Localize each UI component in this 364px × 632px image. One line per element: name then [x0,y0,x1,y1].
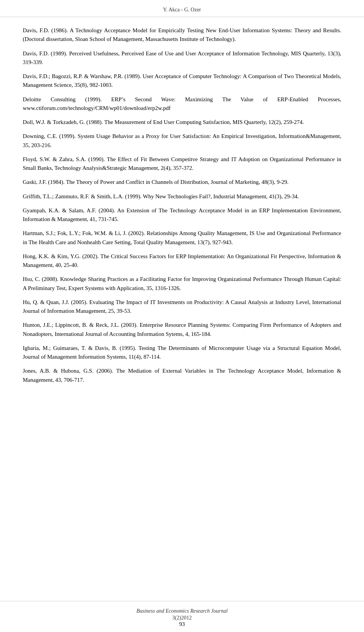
list-item: Downing, C.E. (1999). System Usage Behav… [23,132,341,150]
list-item: Hong, K.K. & Kim, Y.G. (2002). The Criti… [23,252,341,270]
list-item: Gyampah, K.A. & Salam, A.F. (2004). An E… [23,206,341,224]
list-item: Davis, F.D.; Bagozzi, R.P. & Warshaw, P.… [23,72,341,90]
footer-journal: Business and Economics Research Journal [0,608,364,614]
list-item: Deloitte Consulting (1999). ERP’s Second… [23,95,341,113]
page-header: Y. Akca - G. Ozer [0,0,364,17]
reference-text: Davis, F.D.; Bagozzi, R.P. & Warshaw, P.… [23,73,341,88]
reference-text: Downing, C.E. (1999). System Usage Behav… [23,133,341,148]
list-item: Hartman, S.J.; Fok, L.Y.; Fok, W.M. & Li… [23,229,341,247]
reference-text: Davis, F.D. (1986). A Technology Accepta… [23,27,341,42]
reference-text: Hong, K.K. & Kim, Y.G. (2002). The Criti… [23,253,341,268]
list-item: Floyd, S.W. & Zahra, S.A. (1990). The Ef… [23,155,341,173]
header-authors: Y. Akca - G. Ozer [163,7,201,13]
reference-text: Gaski, J.F. (1984). The Theory of Power … [23,179,289,185]
list-item: Griffith, T.L.; Zammuto, R.F. & Smith, L… [23,192,341,201]
list-item: Doll, W.J. & Torkzadeh, G. (1988). The M… [23,118,341,127]
footer-page: 93 [0,621,364,627]
reference-text: Igbaria, M.; Guimaraes, T. & Davis, B. (… [23,345,341,360]
reference-text: Doll, W.J. & Torkzadeh, G. (1988). The M… [23,119,304,125]
reference-text: Davis, F.D. (1989). Perceived Usefulness… [23,50,341,65]
list-item: Hu, Q. & Quan, J.J. (2005). Evaluating T… [23,298,341,316]
reference-text: Griffith, T.L.; Zammuto, R.F. & Smith, L… [23,193,299,199]
reference-text: Floyd, S.W. & Zahra, S.A. (1990). The Ef… [23,156,341,171]
content-area: Davis, F.D. (1986). A Technology Accepta… [0,17,364,420]
list-item: Gaski, J.F. (1984). The Theory of Power … [23,178,341,187]
reference-text: Jones, A.B. & Hubona, G.S. (2006). The M… [23,368,341,383]
reference-text: Hartman, S.J.; Fok, L.Y.; Fok, W.M. & Li… [23,230,341,245]
reference-text: Gyampah, K.A. & Salam, A.F. (2004). An E… [23,207,341,222]
list-item: Hsu, C. (2008). Knowledge Sharing Practi… [23,275,341,293]
list-item: Igbaria, M.; Guimaraes, T. & Davis, B. (… [23,344,341,362]
footer-volume: 3(2)2012 [0,615,364,621]
reference-text: Deloitte Consulting (1999). ERP’s Second… [23,96,341,111]
list-item: Davis, F.D. (1989). Perceived Usefulness… [23,49,341,67]
list-item: Jones, A.B. & Hubona, G.S. (2006). The M… [23,367,341,384]
reference-text: Hu, Q. & Quan, J.J. (2005). Evaluating T… [23,299,341,314]
reference-text: Hsu, C. (2008). Knowledge Sharing Practi… [23,276,341,291]
page-footer: Business and Economics Research Journal … [0,601,364,632]
list-item: Hunton, J.E.; Lippincott, B. & Reck, J.L… [23,321,341,339]
list-item: Davis, F.D. (1986). A Technology Accepta… [23,26,341,44]
reference-text: Hunton, J.E.; Lippincott, B. & Reck, J.L… [23,322,341,337]
